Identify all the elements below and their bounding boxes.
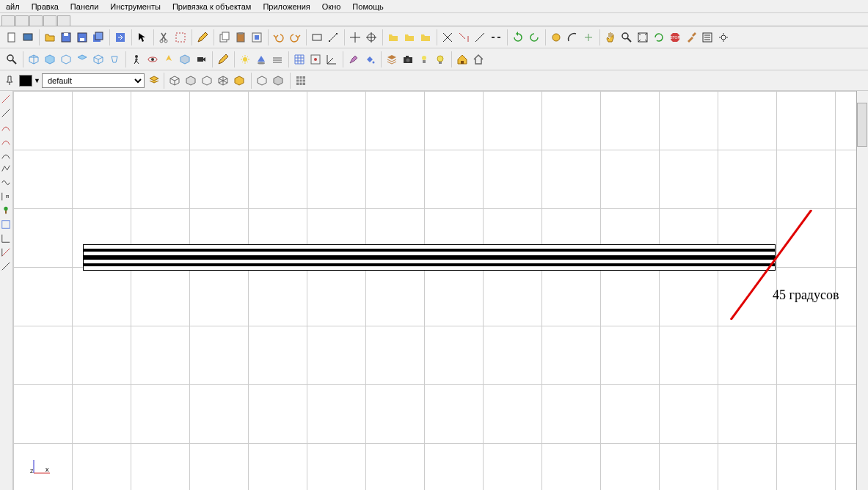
folder-2-button[interactable] xyxy=(401,29,417,45)
zoom-button[interactable] xyxy=(619,29,635,45)
hammer-button[interactable] xyxy=(683,29,699,45)
box-2-button[interactable] xyxy=(270,73,286,89)
pin-button[interactable] xyxy=(1,73,18,89)
menu-edit[interactable]: Правка xyxy=(26,1,65,11)
side-diag-2-icon[interactable] xyxy=(0,260,12,273)
view-cube-2-button[interactable] xyxy=(183,73,199,89)
selection-box-button[interactable] xyxy=(172,29,189,45)
home-button[interactable] xyxy=(470,51,486,67)
side-polyline-icon[interactable] xyxy=(0,162,12,175)
rectangle-tool-button[interactable] xyxy=(309,29,325,45)
trim-button[interactable] xyxy=(440,29,456,45)
cut-button[interactable] xyxy=(156,29,172,45)
copy-button[interactable] xyxy=(216,29,233,45)
view-cube-1-button[interactable] xyxy=(167,73,183,89)
menu-apps[interactable]: Приложения xyxy=(257,1,316,11)
view-cube-4-button[interactable] xyxy=(215,73,231,89)
circle-tool-button[interactable] xyxy=(548,29,564,45)
rotate-button[interactable] xyxy=(510,29,526,45)
view-front-button[interactable] xyxy=(42,51,58,67)
pencil-button[interactable] xyxy=(194,29,211,45)
bucket-button[interactable] xyxy=(362,51,378,67)
menu-help[interactable]: Помощь xyxy=(346,1,390,11)
side-arc-3-icon[interactable] xyxy=(0,148,12,161)
fly-button[interactable] xyxy=(161,51,177,67)
paste-special-button[interactable] xyxy=(249,29,265,45)
view-side-button[interactable] xyxy=(58,51,74,67)
extend-button[interactable] xyxy=(456,29,472,45)
camera-button[interactable] xyxy=(400,51,416,67)
redo-button[interactable] xyxy=(287,29,303,45)
export-button[interactable] xyxy=(112,29,128,45)
bulb-button[interactable] xyxy=(432,51,448,67)
side-rect-icon[interactable]: R xyxy=(0,190,12,203)
view-cube-5-button[interactable] xyxy=(231,73,247,89)
layers-button[interactable] xyxy=(384,51,400,67)
box-1-button[interactable] xyxy=(254,73,270,89)
nav-cube-button[interactable] xyxy=(177,51,193,67)
drawing-canvas[interactable]: 45 градусов z x xyxy=(13,91,856,490)
texture-button[interactable] xyxy=(293,73,309,89)
drawing-beam-object[interactable] xyxy=(83,244,776,271)
side-arc-1-icon[interactable] xyxy=(0,120,12,134)
side-line-1-icon[interactable] xyxy=(0,92,12,106)
scrollbar-vertical[interactable] xyxy=(856,91,868,490)
refresh-button[interactable] xyxy=(651,29,667,45)
side-angle-icon[interactable] xyxy=(0,232,12,245)
tab-2[interactable] xyxy=(15,15,29,26)
save-all-button[interactable] xyxy=(90,29,106,45)
side-tree-icon[interactable] xyxy=(0,204,12,217)
undo-button[interactable] xyxy=(271,29,287,45)
crosshair-button[interactable] xyxy=(347,29,363,45)
snap-grid-button[interactable] xyxy=(307,51,324,67)
stop-button[interactable]: STOP xyxy=(667,29,683,45)
zoom-tool-button[interactable] xyxy=(4,51,20,67)
drawing-angle-line[interactable] xyxy=(716,210,826,320)
tab-4[interactable] xyxy=(43,15,56,26)
new-file-button[interactable] xyxy=(4,29,20,45)
side-arc-2-icon[interactable] xyxy=(0,134,12,147)
paint-button[interactable] xyxy=(346,51,362,67)
new-drawing-button[interactable] xyxy=(20,29,36,45)
point-button[interactable] xyxy=(580,29,597,45)
paste-button[interactable] xyxy=(233,29,249,45)
open-button[interactable] xyxy=(42,29,58,45)
view-top-button[interactable] xyxy=(74,51,90,67)
menu-tools[interactable]: Инструменты xyxy=(104,1,167,11)
properties-button[interactable] xyxy=(699,29,715,45)
house-button[interactable] xyxy=(454,51,470,67)
axes-button[interactable] xyxy=(324,51,340,67)
menu-panels[interactable]: Панели xyxy=(65,1,104,11)
color-swatch[interactable] xyxy=(19,75,32,87)
shadow-button[interactable] xyxy=(253,51,269,67)
light-button[interactable] xyxy=(416,51,432,67)
layer-select[interactable]: default xyxy=(42,73,145,88)
side-line-2-icon[interactable] xyxy=(0,106,12,120)
arc-tool-button[interactable] xyxy=(564,29,580,45)
orbit-button[interactable] xyxy=(145,51,161,67)
camera-nav-button[interactable] xyxy=(193,51,209,67)
side-frame-icon[interactable] xyxy=(0,218,12,231)
sun-button[interactable] xyxy=(237,51,253,67)
menu-snap[interactable]: Привязка к объектам xyxy=(167,1,258,11)
grid-button[interactable] xyxy=(291,51,307,67)
side-spline-icon[interactable] xyxy=(0,176,12,189)
view-cube-3-button[interactable] xyxy=(199,73,215,89)
menu-window[interactable]: Окно xyxy=(316,1,347,11)
rotate-ccw-button[interactable] xyxy=(526,29,542,45)
break-button[interactable] xyxy=(488,29,504,45)
walk-button[interactable] xyxy=(128,51,145,67)
view-iso-button[interactable] xyxy=(26,51,42,67)
menu-file[interactable]: айл xyxy=(0,1,26,11)
save-as-button[interactable] xyxy=(74,29,90,45)
save-button[interactable] xyxy=(58,29,74,45)
view-persp-button[interactable] xyxy=(106,51,123,67)
measure-button[interactable] xyxy=(325,29,341,45)
zoom-extents-button[interactable] xyxy=(635,29,651,45)
tab-3[interactable] xyxy=(29,15,43,26)
folder-3-button[interactable] xyxy=(417,29,434,45)
settings-button[interactable] xyxy=(715,29,732,45)
side-diag-1-icon[interactable] xyxy=(0,246,12,259)
tab-5[interactable] xyxy=(57,15,70,26)
view-wire-button[interactable] xyxy=(90,51,106,67)
